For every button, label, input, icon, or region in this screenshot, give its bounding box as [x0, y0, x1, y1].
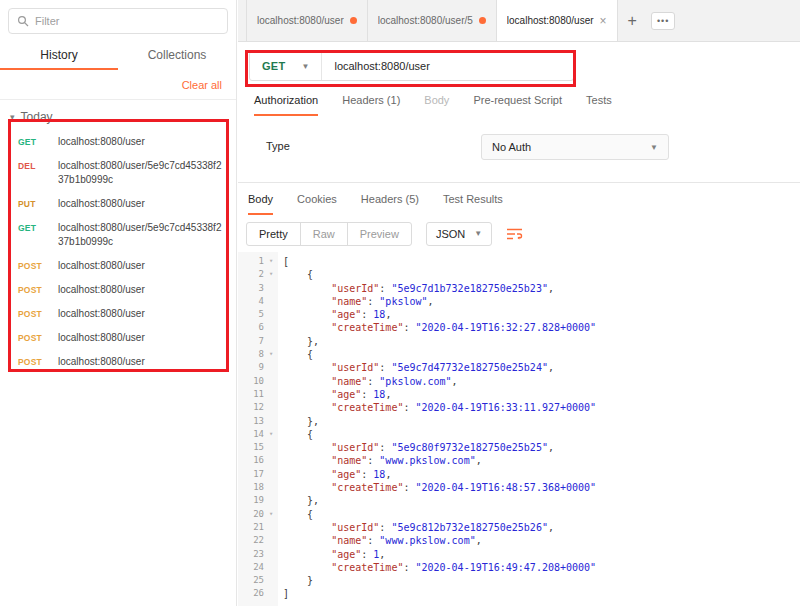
code-line: 7 }, — [238, 335, 800, 348]
history-item[interactable]: GETlocalhost:8080/user/5e9c7cd45338f237b… — [0, 216, 236, 254]
code-line: 14▾ { — [238, 428, 800, 441]
history-group-label: Today — [21, 110, 53, 124]
auth-type-dropdown[interactable]: No Auth ▼ — [481, 134, 669, 160]
code-line: 11 "age": 18, — [238, 388, 800, 401]
code-text: "createTime": "2020-04-19T16:49:47.208+0… — [278, 561, 596, 574]
code-line: 25 } — [238, 574, 800, 587]
code-text: [ — [278, 255, 289, 268]
code-text: "createTime": "2020-04-19T16:48:57.368+0… — [278, 481, 596, 494]
method-label: POST — [18, 307, 58, 321]
fold-gutter — [264, 308, 278, 321]
tab-title: localhost:8080/user — [257, 15, 344, 26]
line-number: 13 — [238, 415, 264, 428]
tab-title: localhost:8080/user/5 — [378, 15, 473, 26]
line-number: 12 — [238, 401, 264, 414]
fold-arrow-icon[interactable]: ▾ — [264, 348, 278, 361]
history-item[interactable]: PUTlocalhost:8080/user — [0, 192, 236, 216]
tab-headers[interactable]: Headers (1) — [342, 94, 400, 116]
tab-authorization[interactable]: Authorization — [254, 94, 318, 116]
view-pretty[interactable]: Pretty — [247, 223, 301, 245]
history-item[interactable]: POSTlocalhost:8080/user — [0, 278, 236, 302]
tab-test-results[interactable]: Test Results — [443, 193, 503, 215]
view-mode-switcher: Pretty Raw Preview — [246, 222, 412, 246]
code-line: 23 "age": 1, — [238, 548, 800, 561]
view-raw[interactable]: Raw — [301, 223, 348, 245]
request-url-row: GET ▼ localhost:8080/user — [238, 42, 800, 88]
editor-tabstrip: localhost:8080/userlocalhost:8080/user/5… — [238, 0, 800, 42]
history-item[interactable]: POSTlocalhost:8080/user — [0, 326, 236, 350]
fold-gutter — [264, 481, 278, 494]
fold-arrow-icon[interactable]: ▾ — [264, 268, 278, 281]
line-number: 26 — [238, 587, 264, 600]
code-text: ] — [278, 587, 289, 600]
chevron-down-icon: ▼ — [650, 143, 658, 152]
more-tabs-button[interactable]: ••• — [651, 12, 675, 30]
tab-collections[interactable]: Collections — [118, 42, 236, 70]
code-line: 8▾ { — [238, 348, 800, 361]
editor-tab[interactable]: localhost:8080/user — [246, 0, 368, 41]
history-item[interactable]: POSTlocalhost:8080/user — [0, 350, 236, 374]
postman-app: History Collections Clear all ▾ Today GE… — [0, 0, 800, 606]
line-number: 3 — [238, 282, 264, 295]
code-line: 20▾ { — [238, 508, 800, 521]
tab-response-headers[interactable]: Headers (5) — [361, 193, 419, 215]
line-number: 21 — [238, 521, 264, 534]
tab-tests[interactable]: Tests — [586, 94, 612, 116]
chevron-down-icon: ▾ — [10, 112, 15, 122]
history-url: localhost:8080/user — [58, 259, 145, 273]
fold-arrow-icon[interactable]: ▾ — [264, 255, 278, 268]
authorization-panel: Type No Auth ▼ — [238, 116, 800, 183]
code-line: 19 }, — [238, 494, 800, 507]
code-text: { — [278, 428, 313, 441]
line-number: 16 — [238, 454, 264, 467]
history-item[interactable]: DELlocalhost:8080/user/5e9c7cd45338f237b… — [0, 154, 236, 192]
fold-arrow-icon[interactable]: ▾ — [264, 508, 278, 521]
clear-all-link[interactable]: Clear all — [182, 79, 222, 91]
close-icon[interactable]: × — [600, 15, 607, 27]
view-preview[interactable]: Preview — [348, 223, 411, 245]
language-dropdown[interactable]: JSON ▼ — [426, 222, 492, 246]
tab-pre-request-script[interactable]: Pre-request Script — [473, 94, 562, 116]
method-label: POST — [18, 355, 58, 369]
line-number: 2 — [238, 268, 264, 281]
fold-gutter — [264, 401, 278, 414]
method-label: GET — [262, 60, 286, 72]
fold-gutter — [264, 415, 278, 428]
history-item[interactable]: POSTlocalhost:8080/user — [0, 302, 236, 326]
wrap-text-icon[interactable] — [506, 227, 523, 241]
fold-gutter — [264, 454, 278, 467]
fold-gutter — [264, 574, 278, 587]
code-line: 16 "name": "www.pkslow.com", — [238, 454, 800, 467]
code-text: { — [278, 348, 313, 361]
fold-gutter — [264, 295, 278, 308]
fold-gutter — [264, 441, 278, 454]
editor-tab[interactable]: localhost:8080/user× — [497, 0, 618, 41]
code-text: }, — [278, 335, 319, 348]
editor-tab[interactable]: localhost:8080/user/5 — [368, 0, 497, 41]
line-number: 18 — [238, 481, 264, 494]
response-toolbar: Pretty Raw Preview JSON ▼ — [238, 215, 800, 252]
url-input[interactable]: localhost:8080/user — [322, 60, 441, 72]
new-tab-button[interactable]: + — [618, 0, 647, 41]
code-text: "age": 18, — [278, 388, 391, 401]
history-group-today[interactable]: ▾ Today — [0, 100, 236, 130]
tab-response-body[interactable]: Body — [248, 193, 273, 215]
filter-input[interactable] — [35, 15, 219, 27]
fold-gutter — [264, 335, 278, 348]
method-dropdown[interactable]: GET ▼ — [250, 52, 321, 80]
code-text: }, — [278, 415, 319, 428]
code-text: { — [278, 508, 313, 521]
tab-history[interactable]: History — [0, 42, 118, 70]
code-text: }, — [278, 494, 319, 507]
chevron-down-icon: ▼ — [302, 62, 310, 71]
code-line: 1▾[ — [238, 255, 800, 268]
code-text: "name": "www.pkslow.com", — [278, 454, 482, 467]
history-item[interactable]: POSTlocalhost:8080/user — [0, 254, 236, 278]
tab-cookies[interactable]: Cookies — [297, 193, 337, 215]
fold-gutter — [264, 548, 278, 561]
code-text: "age": 18, — [278, 308, 391, 321]
fold-arrow-icon[interactable]: ▾ — [264, 428, 278, 441]
fold-gutter — [264, 587, 278, 600]
history-item[interactable]: GETlocalhost:8080/user — [0, 130, 236, 154]
fold-gutter — [264, 321, 278, 334]
